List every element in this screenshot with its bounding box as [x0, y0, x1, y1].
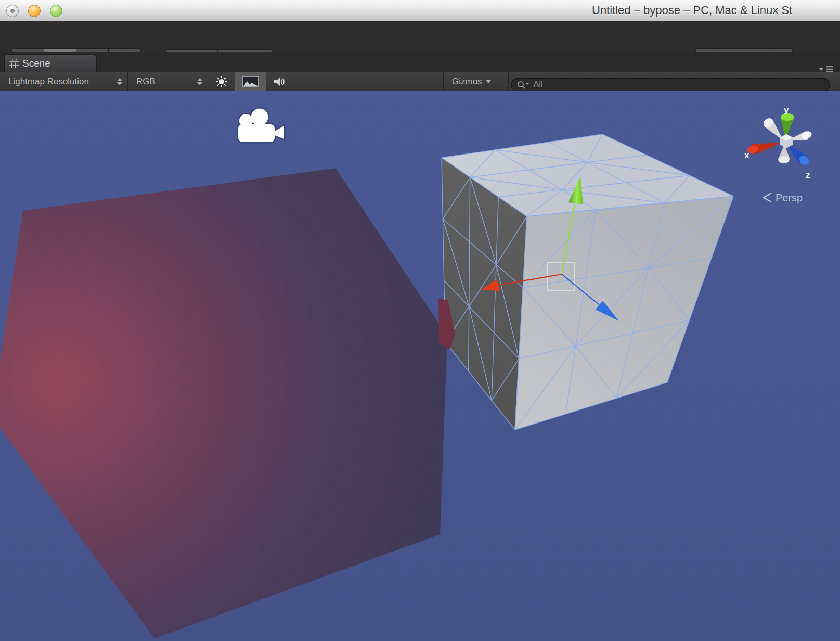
updown-arrows-icon: [197, 78, 202, 85]
camera-gizmo-icon[interactable]: [238, 109, 284, 143]
traffic-lights: [6, 5, 62, 17]
updown-arrows-icon: [117, 78, 122, 85]
axis-gizmo[interactable]: y x z Persp: [744, 105, 813, 203]
window-title: Untitled – bypose – PC, Mac & Linux St: [592, 0, 792, 21]
axis-label-x: x: [744, 150, 749, 160]
sun-icon: [215, 75, 228, 88]
titlebar: Untitled – bypose – PC, Mac & Linux St: [0, 0, 840, 21]
render-mode-label: RGB: [136, 76, 156, 87]
projection-label: Persp: [776, 192, 803, 203]
main-toolbar: Pivot Local: [0, 21, 840, 52]
audio-toggle[interactable]: [266, 72, 291, 91]
lighting-toggle[interactable]: [208, 72, 235, 91]
scene-view-toolbar: Lightmap Resolution RGB: [0, 72, 840, 91]
search-input[interactable]: [530, 78, 830, 92]
lightmap-dropdown-label: Lightmap Resolution: [8, 76, 89, 87]
scene-search-field[interactable]: [511, 78, 830, 92]
close-button[interactable]: [6, 5, 19, 17]
skybox-toggle[interactable]: [235, 72, 266, 91]
scene-tab-label: Scene: [22, 58, 50, 69]
scene-canvas: y x z Persp: [0, 91, 840, 641]
unity-editor-window: Untitled – bypose – PC, Mac & Linux St: [0, 0, 840, 641]
render-mode-dropdown[interactable]: RGB: [128, 72, 208, 91]
axis-label-z: z: [806, 170, 810, 180]
scene-viewport[interactable]: y x z Persp: [0, 91, 840, 641]
tab-strip: Scene: [0, 52, 840, 72]
zoom-button[interactable]: [50, 5, 62, 17]
gizmos-dropdown[interactable]: Gizmos: [443, 72, 509, 91]
skybox-image-icon: [242, 76, 259, 87]
purple-cube[interactable]: [0, 168, 447, 638]
dropdown-arrow-icon: [486, 80, 491, 83]
selected-cube[interactable]: [442, 134, 733, 430]
speaker-icon: [272, 75, 286, 88]
search-icon: [516, 80, 530, 89]
minimize-button[interactable]: [28, 5, 41, 17]
axis-label-y: y: [784, 105, 789, 115]
chevron-left-icon: [764, 193, 771, 202]
lightmap-dropdown[interactable]: Lightmap Resolution: [3, 72, 128, 91]
dropdown-arrow-icon: [819, 68, 824, 71]
scene-tab[interactable]: Scene: [4, 54, 97, 72]
gizmos-dropdown-label: Gizmos: [452, 76, 482, 87]
projection-toggle[interactable]: Persp: [764, 192, 803, 203]
grid-icon: [9, 58, 19, 69]
